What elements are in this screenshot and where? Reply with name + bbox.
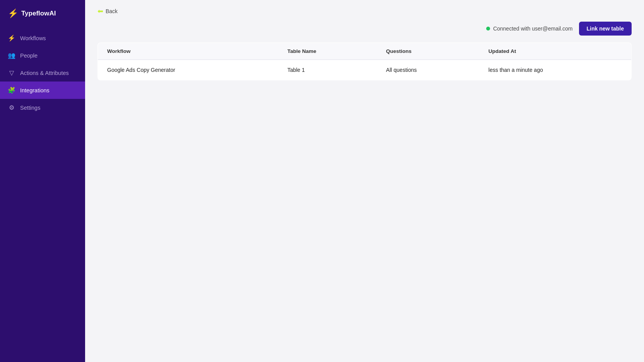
sidebar-item-integrations[interactable]: 🧩 Integrations	[0, 82, 85, 99]
cell-workflow: Google Ads Copy Generator	[98, 60, 278, 80]
topbar: ⬅ Back	[85, 0, 644, 19]
back-arrow-icon: ⬅	[97, 7, 103, 15]
sidebar-item-label: Integrations	[20, 87, 50, 93]
table-header: Workflow Table Name Questions Updated At	[98, 43, 632, 60]
sidebar-item-label: Settings	[20, 105, 40, 111]
connection-email: Connected with user@email.com	[493, 25, 573, 32]
cell-table-name: Table 1	[278, 60, 377, 80]
sidebar-item-workflows[interactable]: ⚡ Workflows	[0, 29, 85, 47]
main-content: ⬅ Back Connected with user@email.com Lin…	[85, 0, 644, 362]
status-dot-icon	[486, 27, 490, 31]
integrations-icon: 🧩	[8, 87, 15, 94]
logo: ⚡ TypeflowAI	[0, 0, 85, 29]
back-button[interactable]: ⬅ Back	[97, 7, 118, 15]
sidebar-item-settings[interactable]: ⚙ Settings	[0, 99, 85, 116]
sidebar-item-actions-attributes[interactable]: ▽ Actions & Attributes	[0, 64, 85, 82]
col-table-name: Table Name	[278, 43, 377, 60]
link-new-table-button[interactable]: Link new table	[579, 22, 632, 36]
logo-text: TypeflowAI	[21, 10, 56, 17]
sidebar: ⚡ TypeflowAI ⚡ Workflows 👥 People ▽ Acti…	[0, 0, 85, 362]
cell-updated-at: less than a minute ago	[479, 60, 632, 80]
content-area: Workflow Table Name Questions Updated At…	[85, 42, 644, 93]
sidebar-item-label: People	[20, 53, 38, 59]
settings-icon: ⚙	[8, 104, 15, 111]
integrations-table: Workflow Table Name Questions Updated At…	[97, 42, 632, 80]
table-row[interactable]: Google Ads Copy Generator Table 1 All qu…	[98, 60, 632, 80]
sidebar-item-label: Actions & Attributes	[20, 70, 69, 76]
cell-questions: All questions	[377, 60, 479, 80]
connection-bar: Connected with user@email.com Link new t…	[85, 19, 644, 42]
col-questions: Questions	[377, 43, 479, 60]
connection-status: Connected with user@email.com	[486, 25, 573, 32]
col-workflow: Workflow	[98, 43, 278, 60]
back-label: Back	[106, 8, 118, 14]
people-icon: 👥	[8, 52, 15, 59]
workflows-icon: ⚡	[8, 34, 15, 42]
sidebar-item-people[interactable]: 👥 People	[0, 47, 85, 64]
sidebar-item-label: Workflows	[20, 35, 46, 41]
col-updated-at: Updated At	[479, 43, 632, 60]
table-body: Google Ads Copy Generator Table 1 All qu…	[98, 60, 632, 80]
actions-icon: ▽	[8, 69, 15, 76]
logo-icon: ⚡	[8, 8, 18, 19]
